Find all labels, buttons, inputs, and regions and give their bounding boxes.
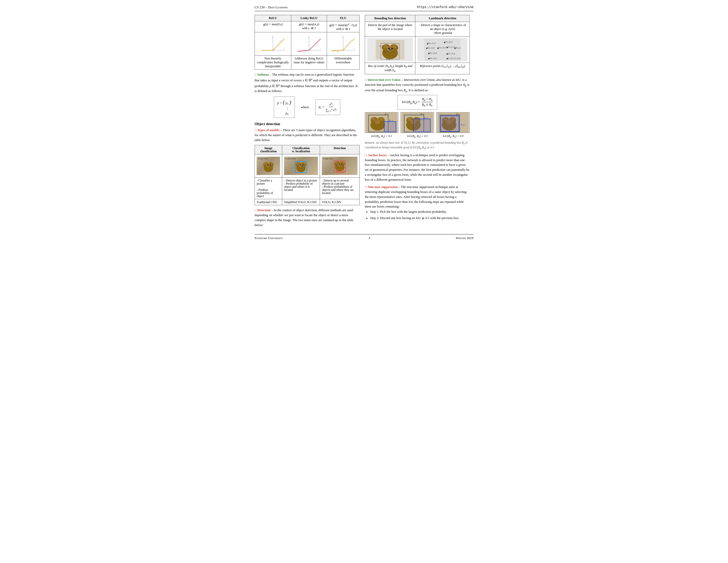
activation-table: ReLU Leaky ReLU ELU g(z) = max(0,z) g(z)… [255, 15, 360, 70]
svg-point-31 [300, 164, 301, 165]
class-loc-thumbnail: Teddy bear [282, 154, 320, 177]
anchor-keyword: Anchor boxes [368, 153, 387, 157]
iou-formula: IoU(Bp,Ba) = Bp ∩ Ba Bp ∪ Ba [397, 95, 437, 109]
svg-text:(l_{nₓ},l_{nᵧ}): (l_{nₓ},l_{nᵧ}) [448, 57, 461, 59]
bb-desc-text: Detects the part of the image where the … [365, 22, 415, 36]
svg-point-20 [270, 162, 273, 165]
svg-text:(l₃ₓ,l₃ᵧ): (l₃ₓ,l₃ᵧ) [448, 52, 455, 55]
bear-svg-2 [293, 159, 309, 173]
svg-point-81 [447, 58, 448, 59]
relu-formula: g(z) = max(0,z) [255, 21, 291, 32]
svg-text:(l₂ₓ,l₂ᵧ): (l₂ₓ,l₂ᵧ) [445, 40, 452, 43]
footer-right: Winter 2019 [456, 236, 473, 240]
svg-text:B_p: B_p [424, 116, 428, 119]
svg-text:1: 1 [284, 48, 285, 50]
bb-formula-cell: Box of center (bx,by), height bh and wid… [365, 63, 415, 74]
iou-image-05: B_a B_p IoU(Bp, Ba) = 0.5 [400, 112, 434, 139]
img-class-thumbnail: Teddy bear [255, 154, 282, 177]
svg-text:b_h: b_h [380, 45, 383, 47]
iou-images: B_a B_p IoU(Bp, Ba) = 0.1 [365, 112, 470, 139]
anchor-description: – Anchor boxing is a technique used to p… [365, 153, 469, 181]
iou-remark: Remark: we always have IoU ∈ [0,1]. By c… [365, 140, 470, 150]
leaky-svg: 1 1 0 [295, 35, 323, 53]
teddy-label-3: Teddy bear [323, 157, 333, 160]
img-class-method: Traditional CNN [255, 199, 282, 205]
svg-point-86 [372, 117, 376, 121]
relu-desc: Non-linearity complexities biologically … [255, 56, 291, 70]
svg-text:(l₆ₓ,l₆ᵧ): (l₆ₓ,l₆ᵧ) [429, 57, 437, 59]
bounding-box-image: b_h (b_x,b_y) b_w [367, 38, 413, 61]
svg-point-21 [266, 163, 270, 167]
svg-point-55 [391, 48, 393, 49]
col-detection: Detection [320, 145, 360, 154]
elu-formula: g(z) = max(α(ez−1),z)with α ≪ 1 [327, 21, 360, 32]
svg-point-97 [408, 117, 411, 121]
svg-point-73 [454, 47, 456, 49]
svg-point-41 [339, 163, 340, 164]
svg-point-23 [270, 164, 271, 165]
svg-text:b_w: b_w [386, 58, 390, 60]
iou-img-area-01: B_a B_p [365, 112, 398, 133]
svg-rect-91 [384, 121, 396, 132]
class-loc-desc: - Detects object in a picture- Predicts … [282, 177, 320, 199]
header-left: CS 230 – Deep Learning [255, 5, 288, 9]
teddy-img-3: Teddy bear [322, 157, 357, 175]
types-keyword: Types of models [257, 128, 280, 132]
detection-method: YOLO, R-CNN [320, 199, 360, 205]
object-detection-title: Object detection [255, 122, 360, 126]
softmax-description: – The softmax step can be seen as a gene… [255, 73, 357, 93]
softmax-formula: p = ( p1 ⋮ pn ) where pi = exi ∑j=1 [255, 95, 360, 119]
col-class-loc: Classificationw. localization [282, 145, 320, 154]
svg-text:1: 1 [272, 36, 273, 38]
svg-point-30 [299, 163, 303, 167]
landmark-desc-text: - Detects a shape or characteristics of … [415, 22, 470, 36]
svg-point-71 [447, 47, 448, 48]
iou-img-area-05: B_a B_p [400, 112, 434, 133]
bounding-box-table: Bounding box detection Landmark detectio… [365, 15, 470, 74]
iou-image-09: B_a B_p IoU(Bp, Ba) = 0.9 [436, 112, 470, 139]
col-image-class: Image classification [255, 145, 282, 154]
class-loc-method: Simplified YOLO, R-CNN [282, 199, 320, 205]
svg-text:B_a: B_a [456, 113, 460, 115]
svg-text:Book: Book [337, 171, 341, 172]
landmark-formula-cell: Reference points (l1x,l1y), ...,(lnx,lny… [415, 63, 470, 74]
svg-point-51 [384, 44, 388, 48]
svg-rect-102 [414, 119, 430, 132]
svg-point-63 [427, 43, 428, 44]
svg-point-75 [428, 53, 430, 54]
svg-point-42 [341, 163, 342, 164]
softmax-text: □ Softmax – The softmax step can be seen… [255, 72, 360, 93]
iou-label-05: IoU(Bp, Ba) = 0.5 [400, 134, 434, 139]
svg-point-19 [264, 162, 266, 165]
detection-thumbnail: Teddy bear [320, 154, 360, 177]
elu-svg: 1 1 0 −α [329, 35, 357, 53]
svg-text:B_p: B_p [389, 119, 393, 122]
teddy-img-2: Teddy bear [284, 157, 318, 175]
svg-point-28 [296, 162, 299, 165]
svg-text:(l₅ₓ,l₅ᵧ): (l₅ₓ,l₅ᵧ) [439, 46, 446, 49]
detection-subsection: □ Detection – In the context of object d… [255, 208, 360, 227]
svg-text:B_a: B_a [421, 113, 424, 115]
iou-formula-text: IoU(Bp,Ba) = [402, 99, 420, 105]
detection-text: □ Detection – In the context of object d… [255, 208, 360, 227]
svg-point-39 [342, 161, 344, 164]
non-max-step-2: Step 2: Discard any box having an IoU ⩾ … [370, 215, 470, 220]
svg-text:B_p: B_p [461, 123, 465, 126]
svg-text:(l₈ₓ,l₈ᵧ): (l₈ₓ,l₈ᵧ) [455, 46, 461, 49]
iou-label-09: IoU(Bp, Ba) = 0.9 [436, 134, 470, 139]
detection-desc: - Detects up to several objects in a pic… [320, 177, 360, 199]
svg-text:1: 1 [308, 36, 309, 38]
non-max-text: □ Non-max suppression – The non-max supp… [365, 185, 470, 209]
teddy-label-2: Teddy bear [285, 157, 295, 160]
svg-text:(b_x,b_y): (b_x,b_y) [384, 50, 392, 53]
bb-image-cell: b_h (b_x,b_y) b_w [365, 36, 415, 63]
softmax-pi-formula: pi = exi ∑j=1n exj [315, 99, 340, 115]
activation-header-relu: ReLU [255, 15, 291, 21]
activation-header-leaky: Leaky ReLU [291, 15, 327, 21]
svg-text:−α: −α [337, 51, 339, 53]
iou-svg-09: B_a B_p [436, 112, 470, 133]
softmax-p-formula: p = ( p1 ⋮ pn ) [274, 96, 295, 118]
landmark-image-cell: (l₁ₓ,l₁ᵧ) (l₂ₓ,l₂ᵧ) (l₄ₓ,l₄ᵧ) (l₅ₓ,l₅ᵧ) … [415, 36, 470, 63]
iou-img-area-09: B_a B_p [436, 112, 470, 133]
svg-point-22 [267, 164, 268, 165]
